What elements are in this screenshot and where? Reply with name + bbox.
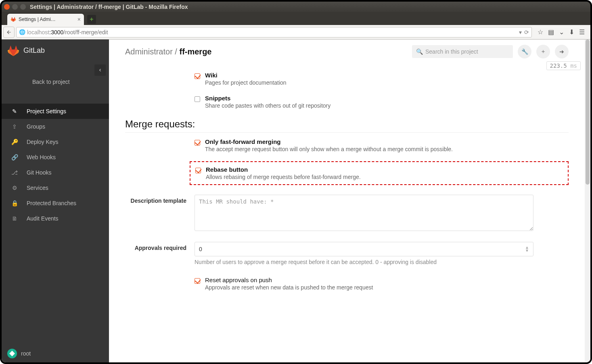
reader-view-icon[interactable]: ▤ — [548, 28, 554, 36]
window-titlebar: Settings | Administrator / ff-merge | Gi… — [2, 2, 590, 12]
rebase-option: Rebase button Allows rebasing of merge r… — [195, 166, 568, 180]
only-ff-description: The accept merge request button will onl… — [205, 146, 453, 152]
bookmark-star-icon[interactable]: ☆ — [538, 28, 543, 36]
git-icon: ⎇ — [11, 169, 18, 176]
wiki-description: Pages for project documentation — [205, 79, 287, 86]
arrow-left-icon — [6, 29, 12, 35]
only-ff-label: Only fast-forward merging — [205, 138, 453, 145]
rebase-checkbox[interactable] — [195, 168, 201, 173]
plus-icon: ＋ — [540, 48, 546, 55]
page-scrollbar[interactable] — [585, 40, 590, 362]
pencil-square-icon: ✎ — [11, 108, 18, 114]
breadcrumb-parent[interactable]: Administrator — [125, 47, 173, 56]
rebase-description: Allows rebasing of merge requests before… — [206, 174, 361, 180]
snippets-label: Snippets — [205, 95, 331, 102]
wrench-icon: 🔧 — [521, 48, 528, 55]
new-tab-button[interactable]: + — [87, 15, 96, 24]
window-title: Settings | Administrator / ff-merge | Gi… — [30, 4, 188, 10]
sidebar-item-label: Protected Branches — [27, 200, 76, 206]
snippets-checkbox[interactable] — [195, 96, 200, 102]
current-user[interactable]: root — [7, 349, 31, 358]
sidebar-item-audit-events[interactable]: 🗎Audit Events — [2, 211, 109, 226]
chevron-left-icon — [98, 68, 102, 72]
number-spinner-icon[interactable]: ▲▼ — [525, 246, 529, 252]
approvals-required-input[interactable]: 0 ▲▼ — [195, 242, 533, 256]
nav-back-button[interactable] — [3, 27, 15, 38]
search-icon: 🔍 — [416, 48, 423, 55]
approvals-required-label: Approvals required — [125, 242, 195, 252]
only-ff-option: Only fast-forward merging The accept mer… — [195, 138, 569, 152]
search-placeholder: Search in this project — [425, 48, 478, 55]
sidebar-item-label: Audit Events — [27, 215, 59, 222]
reset-approvals-description: Approvals are reset when new data is pus… — [205, 284, 373, 291]
performance-badge[interactable]: 223.5 ms — [546, 61, 581, 70]
cogs-icon: ⚙ — [11, 185, 18, 191]
wiki-checkbox[interactable] — [195, 73, 200, 79]
url-bar[interactable]: 🌐 localhost:3000/root/ff-merge/edit ▾ ⟳ — [16, 27, 532, 37]
project-search-input[interactable]: 🔍 Search in this project — [412, 45, 513, 58]
hamburger-menu-icon[interactable]: ☰ — [579, 28, 585, 36]
sidebar-item-services[interactable]: ⚙Services — [2, 180, 109, 196]
description-template-textarea[interactable] — [195, 195, 533, 231]
url-text: localhost:3000/root/ff-merge/edit — [27, 29, 108, 35]
downloads-icon[interactable]: ⬇ — [569, 28, 574, 36]
lock-icon: 🔒 — [11, 200, 18, 206]
feature-snippets-option: Snippets Share code pastes with others o… — [195, 95, 569, 109]
avatar-icon — [7, 349, 17, 358]
scrollbar-thumb[interactable] — [586, 40, 590, 185]
sidebar-item-deploy-keys[interactable]: 🔑Deploy Keys — [2, 134, 109, 150]
file-text-icon: 🗎 — [11, 215, 18, 222]
gitlab-logo-icon[interactable] — [7, 45, 19, 57]
approvals-value: 0 — [199, 246, 202, 252]
window-minimize-button[interactable] — [12, 4, 18, 10]
merge-requests-heading: Merge requests: — [125, 119, 569, 133]
reset-approvals-option: Reset approvals on push Approvals are re… — [195, 277, 569, 291]
browser-toolbar: 🌐 localhost:3000/root/ff-merge/edit ▾ ⟳ … — [2, 25, 590, 40]
highlight-annotation: Rebase button Allows rebasing of merge r… — [190, 161, 569, 185]
username-label: root — [21, 350, 31, 357]
sidebar-item-label: Groups — [27, 123, 45, 130]
browser-tab-strip: Settings | Admi… × + — [2, 12, 590, 25]
dropdown-history-icon[interactable]: ▾ — [519, 29, 522, 35]
sidebar-item-label: Deploy Keys — [27, 139, 59, 145]
wiki-label: Wiki — [205, 72, 287, 79]
sidebar-item-groups[interactable]: ⇪Groups — [2, 119, 109, 134]
description-template-label: Description template — [125, 195, 195, 204]
pocket-icon[interactable]: ⌄ — [559, 28, 564, 36]
link-icon: 🔗 — [11, 154, 18, 160]
sidebar-item-label: Project Settings — [27, 108, 66, 114]
sign-out-button[interactable]: ➜ — [555, 45, 569, 58]
sidebar-item-git-hooks[interactable]: ⎇Git Hooks — [2, 165, 109, 180]
feature-wiki-option: Wiki Pages for project documentation — [195, 72, 569, 86]
browser-tab[interactable]: Settings | Admi… × — [7, 14, 84, 25]
breadcrumb: Administrator / ff-merge — [125, 47, 212, 56]
key-icon: 🔑 — [11, 139, 18, 145]
sign-out-icon: ➜ — [559, 48, 564, 55]
sidebar-item-label: Services — [27, 185, 48, 191]
sidebar-item-web-hooks[interactable]: 🔗Web Hooks — [2, 150, 109, 165]
share-icon: ⇪ — [11, 123, 18, 130]
sidebar-item-label: Git Hooks — [27, 169, 51, 176]
tab-close-icon[interactable]: × — [77, 16, 81, 23]
gitlab-favicon-icon — [10, 17, 16, 22]
window-close-button[interactable] — [4, 4, 10, 10]
new-item-button[interactable]: ＋ — [536, 45, 550, 58]
sidebar-item-project-settings[interactable]: ✎Project Settings — [2, 104, 109, 119]
only-ff-checkbox[interactable] — [195, 140, 200, 146]
gitlab-sidebar: GitLab Back to project ✎Project Settings… — [2, 40, 109, 362]
back-to-project-link[interactable]: Back to project — [2, 74, 109, 90]
reload-icon[interactable]: ⟳ — [524, 29, 529, 35]
approvals-hint: Number of users to approve a merge reque… — [195, 259, 533, 265]
brand-name[interactable]: GitLab — [23, 46, 45, 55]
browser-tab-label: Settings | Admi… — [19, 17, 75, 22]
sidebar-item-protected-branches[interactable]: 🔒Protected Branches — [2, 196, 109, 211]
reset-approvals-label: Reset approvals on push — [205, 277, 373, 283]
sidebar-item-label: Web Hooks — [27, 154, 56, 160]
breadcrumb-current[interactable]: ff-merge — [179, 47, 211, 56]
window-maximize-button[interactable] — [20, 4, 26, 10]
site-identity-icon[interactable]: 🌐 — [19, 29, 25, 35]
reset-approvals-checkbox[interactable] — [195, 278, 200, 284]
admin-wrench-button[interactable]: 🔧 — [518, 45, 531, 58]
sidebar-collapse-button[interactable] — [94, 64, 106, 76]
rebase-label: Rebase button — [206, 166, 361, 173]
